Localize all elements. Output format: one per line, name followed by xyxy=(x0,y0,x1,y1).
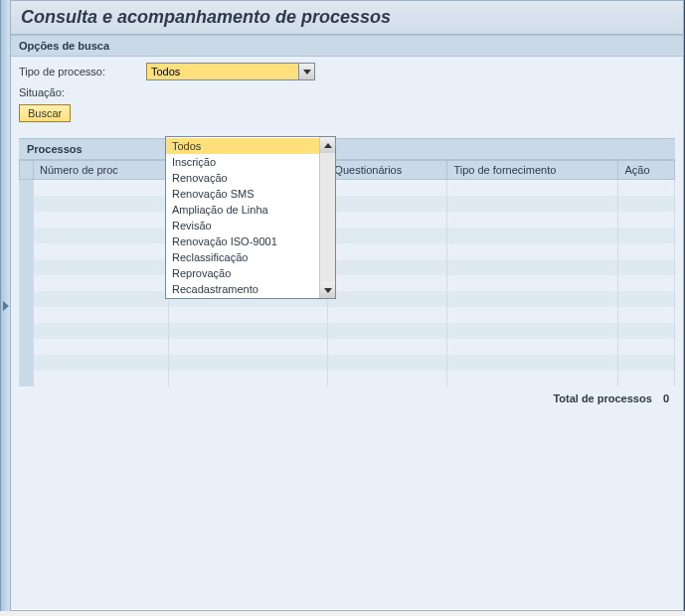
main-panel: Consulta e acompanhamento de processos O… xyxy=(10,0,684,611)
process-type-label: Tipo de processo: xyxy=(19,66,146,77)
search-section-header: Opções de busca xyxy=(11,35,683,57)
process-type-selected-value: Todos xyxy=(147,66,298,77)
dropdown-item-ampliacao-linha[interactable]: Ampliação de Linha xyxy=(166,202,319,218)
table-row xyxy=(20,291,675,307)
process-type-select[interactable]: Todos xyxy=(146,63,315,80)
page-header: Consulta e acompanhamento de processos xyxy=(11,1,683,35)
column-header-tipo-fornecimento[interactable]: Tipo de fornecimento xyxy=(447,161,618,180)
table-row xyxy=(20,307,675,323)
status-label: Situação: xyxy=(19,86,146,98)
dropdown-item-recadastramento[interactable]: Recadastramento xyxy=(166,281,319,297)
results-section: Processos Número de proc Questionários T… xyxy=(11,138,683,410)
table-row xyxy=(20,371,675,386)
total-value: 0 xyxy=(663,392,669,404)
dropdown-item-inscricao[interactable]: Inscrição xyxy=(166,154,319,170)
column-header-acao[interactable]: Ação xyxy=(618,161,675,180)
dropdown-item-renovacao-iso9001[interactable]: Renovação ISO-9001 xyxy=(166,233,319,249)
dropdown-item-todos[interactable]: Todos xyxy=(166,138,319,154)
table-row xyxy=(20,243,675,259)
dropdown-item-reclassificacao[interactable]: Reclassificação xyxy=(166,249,319,265)
results-section-header: Processos xyxy=(19,138,675,160)
scroll-down-button[interactable] xyxy=(320,282,335,298)
page-title: Consulta e acompanhamento de processos xyxy=(21,7,673,28)
chevron-right-icon xyxy=(3,301,9,311)
table-row xyxy=(20,275,675,291)
left-pane-collapse-handle[interactable] xyxy=(0,0,10,611)
table-row xyxy=(20,196,675,212)
dropdown-item-renovacao-sms[interactable]: Renovação SMS xyxy=(166,186,319,202)
results-table: Número de proc Questionários Tipo de for… xyxy=(19,160,675,386)
table-row xyxy=(20,259,675,275)
search-form: Tipo de processo: Todos Situação: Buscar xyxy=(11,57,683,128)
table-row xyxy=(20,212,675,228)
column-header-number[interactable]: Número de proc xyxy=(34,161,169,180)
process-type-dropdown-button[interactable] xyxy=(298,64,314,79)
table-row xyxy=(20,355,675,371)
process-type-dropdown-list: Todos Inscrição Renovação Renovação SMS … xyxy=(166,137,319,298)
dropdown-item-revisao[interactable]: Revisão xyxy=(166,218,319,233)
table-row xyxy=(20,228,675,243)
column-header-questionarios[interactable]: Questionários xyxy=(328,161,447,180)
table-row xyxy=(20,180,675,196)
dropdown-item-renovacao[interactable]: Renovação xyxy=(166,170,319,186)
results-footer: Total de processos 0 xyxy=(11,386,683,410)
results-table-header-row: Número de proc Questionários Tipo de for… xyxy=(20,161,675,180)
table-row xyxy=(20,339,675,355)
dropdown-scrollbar[interactable] xyxy=(319,137,335,298)
table-row xyxy=(20,323,675,339)
search-button[interactable]: Buscar xyxy=(19,104,71,122)
process-type-dropdown-panel: Todos Inscrição Renovação Renovação SMS … xyxy=(165,136,336,299)
scroll-up-button[interactable] xyxy=(320,137,335,153)
results-table-select-header xyxy=(20,161,34,180)
chevron-down-icon xyxy=(324,288,332,293)
chevron-up-icon xyxy=(324,143,332,148)
total-label: Total de processos xyxy=(553,392,651,404)
chevron-down-icon xyxy=(303,70,311,75)
dropdown-item-reprovacao[interactable]: Reprovação xyxy=(166,265,319,281)
content-area: Opções de busca Tipo de processo: Todos … xyxy=(11,35,683,609)
